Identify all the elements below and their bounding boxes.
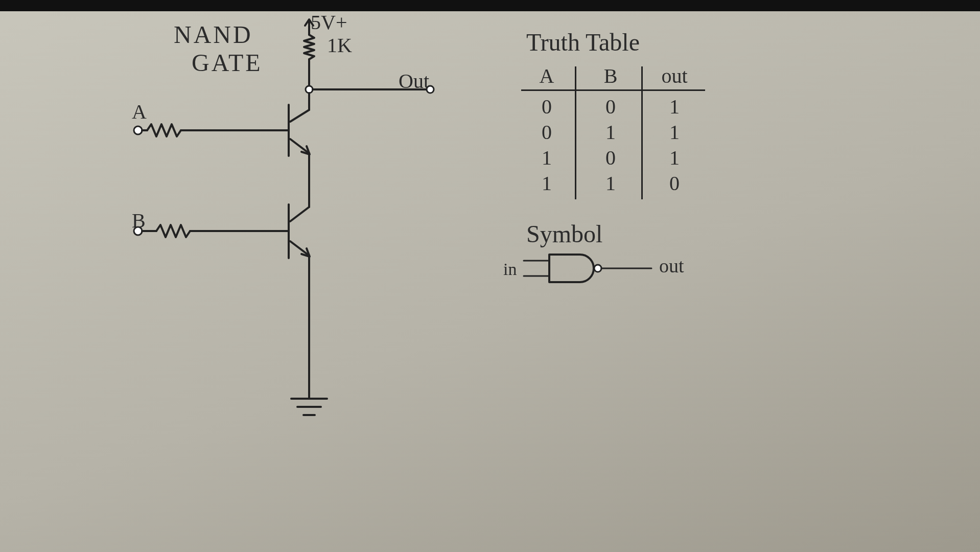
tt-vline-2	[641, 66, 643, 199]
tt-b-r4: 1	[590, 171, 631, 195]
svg-point-0	[306, 86, 313, 93]
tt-o-r3: 1	[654, 146, 695, 170]
tt-hline	[521, 89, 705, 91]
tt-o-r1: 1	[654, 95, 695, 119]
tt-a-r2: 0	[526, 120, 567, 144]
svg-point-2	[134, 126, 142, 134]
symbol-in-label: in	[503, 260, 517, 279]
tt-b-r2: 1	[590, 120, 631, 144]
tt-col-a: A	[526, 64, 567, 88]
tt-b-r3: 0	[590, 146, 631, 170]
tt-vline-1	[575, 66, 576, 199]
svg-point-1	[427, 86, 434, 93]
photo-top-dark-edge	[0, 0, 980, 11]
tt-col-b: B	[590, 64, 631, 88]
nand-schematic	[77, 10, 475, 521]
input-a-label: A	[132, 100, 147, 124]
nand-symbol-icon	[521, 245, 659, 291]
svg-point-4	[594, 265, 601, 272]
symbol-heading: Symbol	[526, 220, 602, 248]
tt-a-r4: 1	[526, 171, 567, 195]
tt-col-out: out	[654, 64, 695, 88]
tt-a-r1: 0	[526, 95, 567, 119]
tt-o-r2: 1	[654, 120, 695, 144]
tt-o-r4: 0	[654, 171, 695, 195]
tt-a-r3: 1	[526, 146, 567, 170]
tt-b-r1: 0	[590, 95, 631, 119]
truth-table-heading: Truth Table	[526, 28, 640, 56]
symbol-out-label: out	[659, 255, 684, 277]
input-b-label: B	[132, 209, 146, 233]
